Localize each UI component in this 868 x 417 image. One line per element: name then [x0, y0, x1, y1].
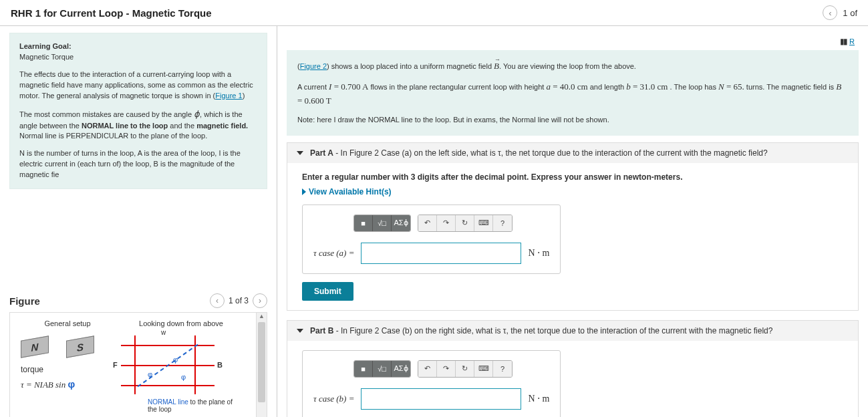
part-b-answer-label: τ case (b) = — [313, 394, 354, 404]
toolbar-sqrt-button[interactable]: √□ — [373, 361, 392, 377]
figure-page-indicator: 1 of 3 — [229, 296, 249, 305]
toolbar-reset-button[interactable]: ↻ — [456, 215, 474, 231]
toolbar-help-button[interactable]: ? — [493, 215, 512, 231]
figure-col1-head: General setup — [21, 319, 114, 327]
part-b-unit: N ⋅ m — [528, 393, 549, 404]
magnet-diagram: N S — [21, 334, 94, 361]
learning-goal-sub: Magnetic Torque — [19, 53, 74, 61]
part-a-header[interactable]: Part A - In Figure 2 Case (a) on the lef… — [287, 143, 858, 163]
toolbar-undo-button[interactable]: ↶ — [418, 361, 437, 377]
torque-equation: τ = NIAB sin φ — [21, 378, 114, 390]
normal-line-text: NORMAL line to the plane of the loop — [148, 398, 241, 413]
part-a-answer-box: ■ √□ ΑΣϕ ↶ ↷ ↻ ⌨ ? — [302, 204, 561, 274]
learning-goal-heading: Learning Goal: — [19, 42, 71, 50]
toolbar-template-button[interactable]: ■ — [354, 361, 373, 377]
learning-goal-p2: The most common mistakes are caused by t… — [19, 108, 257, 142]
figure-scrollbar[interactable]: ▲ ▼ — [256, 313, 267, 417]
figure-col2-head: Looking down from above — [121, 319, 241, 327]
toolbar-keyboard-button[interactable]: ⌨ — [474, 361, 493, 377]
page-title: RHR 1 for Current Loop - Magnetic Torque — [11, 7, 212, 19]
toolbar-redo-button[interactable]: ↷ — [437, 215, 456, 231]
figure2-link[interactable]: Figure 2 — [300, 62, 327, 70]
learning-goal-p3: N is the number of turns in the loop, A … — [19, 148, 257, 180]
equation-toolbar: ■ √□ ΑΣϕ ↶ ↷ ↻ ⌨ ? — [353, 215, 549, 232]
part-b-answer-box: ■ √□ ΑΣϕ ↶ ↷ ↻ ⌨ ? — [302, 350, 561, 417]
figure-title: Figure — [9, 295, 40, 307]
toolbar-greek-button[interactable]: ΑΣϕ — [392, 361, 410, 377]
page-nav: ‹ 1 of — [823, 5, 857, 20]
part-a-submit-button[interactable]: Submit — [302, 282, 353, 301]
part-a: Part A - In Figure 2 Case (a) on the lef… — [287, 142, 859, 311]
magnet-s: S — [66, 336, 94, 358]
part-a-unit: N ⋅ m — [528, 247, 549, 259]
figure-next-button[interactable]: › — [253, 293, 267, 308]
part-a-label: Part A — [310, 148, 333, 158]
review-icon: ▮▮ — [840, 37, 847, 46]
part-b-answer-input[interactable] — [361, 388, 521, 410]
part-a-instructions: Enter a regular number with 3 digits aft… — [302, 172, 843, 182]
view-hints-link[interactable]: View Available Hint(s) — [302, 187, 843, 196]
figure-prev-button[interactable]: ‹ — [210, 293, 225, 308]
toolbar-undo-button[interactable]: ↶ — [418, 215, 437, 231]
torque-label: torque — [21, 365, 114, 374]
part-b-header[interactable]: Part B - In Figure 2 Case (b) on the rig… — [287, 321, 858, 341]
toolbar-help-button[interactable]: ? — [493, 361, 512, 377]
prev-page-button[interactable]: ‹ — [823, 5, 837, 20]
scroll-up-icon[interactable]: ▲ — [257, 313, 267, 319]
part-b: Part B - In Figure 2 Case (b) on the rig… — [287, 320, 859, 417]
equation-toolbar: ■ √□ ΑΣϕ ↶ ↷ ↻ ⌨ ? — [353, 360, 549, 378]
part-a-answer-input[interactable] — [361, 243, 521, 264]
toolbar-template-button[interactable]: ■ — [354, 215, 373, 231]
magnet-n: N — [21, 336, 49, 358]
caret-down-icon — [297, 329, 303, 333]
part-a-answer-label: τ case (a) = — [313, 248, 354, 259]
toolbar-sqrt-button[interactable]: √□ — [373, 215, 392, 231]
figure-content: General setup N S torque τ = NIAB sin φ … — [9, 312, 267, 417]
toolbar-greek-button[interactable]: ΑΣϕ — [392, 215, 410, 231]
context-note: Note: here I draw the NORMAL line to the… — [297, 114, 848, 126]
learning-goal-box: Learning Goal: Magnetic Torque The effec… — [9, 33, 267, 189]
review-link-area: ▮▮R — [277, 33, 868, 50]
page-indicator: 1 of — [843, 8, 857, 18]
toolbar-reset-button[interactable]: ↻ — [456, 361, 474, 377]
part-b-question: - In Figure 2 Case (b) on the right side… — [333, 326, 772, 335]
scroll-thumb[interactable] — [258, 322, 265, 402]
part-b-label: Part B — [310, 326, 333, 335]
toolbar-redo-button[interactable]: ↷ — [437, 361, 456, 377]
toolbar-keyboard-button[interactable]: ⌨ — [474, 215, 493, 231]
figure1-link[interactable]: Figure 1 — [215, 92, 242, 100]
loop-diagram: w F B φ φ φ — [121, 331, 214, 398]
learning-goal-p1: The effects due to the interaction of a … — [19, 70, 257, 102]
triangle-right-icon — [302, 188, 306, 195]
review-link[interactable]: R — [849, 37, 855, 45]
part-a-question: - In Figure 2 Case (a) on the left side,… — [333, 148, 768, 158]
caret-down-icon — [297, 151, 303, 155]
problem-context: (Figure 2) shows a loop placed into a un… — [287, 50, 859, 136]
